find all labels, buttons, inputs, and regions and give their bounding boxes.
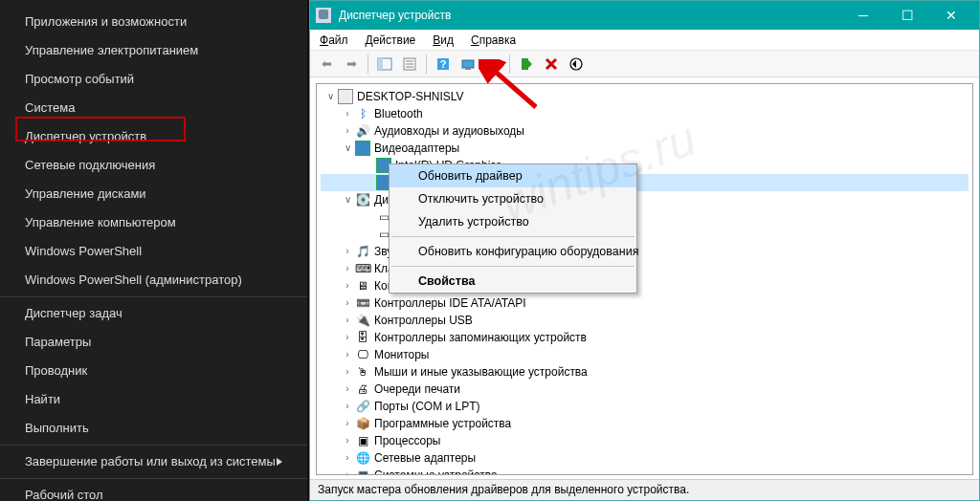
scan-hardware-button[interactable] <box>457 54 479 75</box>
menu-item-desktop[interactable]: Рабочий стол <box>0 481 307 501</box>
mouse-icon: 🖱 <box>355 364 370 380</box>
separator <box>0 445 307 446</box>
tree-node[interactable]: ›🖵Мониторы <box>321 346 969 363</box>
menu-help[interactable]: Справка <box>471 33 516 47</box>
menu-item-events[interactable]: Просмотр событий <box>0 65 307 94</box>
disk-icon: 💽 <box>355 192 370 207</box>
sound-icon: 🎵 <box>355 244 370 259</box>
enable-device-button[interactable] <box>516 54 537 75</box>
tree-node[interactable]: ›🔗Порты (COM и LPT) <box>321 398 969 415</box>
context-menu: Обновить драйвер Отключить устройство Уд… <box>389 163 637 294</box>
tree-node[interactable]: ›🌐Сетевые адаптеры <box>321 449 969 467</box>
tree-node[interactable]: ›🔊Аудиовходы и аудиовыходы <box>321 122 969 140</box>
bluetooth-icon: ᛒ <box>355 106 370 121</box>
menu-file[interactable]: Файл <box>320 33 348 47</box>
winx-menu: Приложения и возможности Управление элек… <box>0 0 307 501</box>
back-button[interactable]: ⬅ <box>316 54 337 75</box>
separator <box>0 478 307 479</box>
title-bar[interactable]: Диспетчер устройств ─ ☐ ✕ <box>310 1 979 30</box>
toolbar: ⬅ ➡ ? <box>310 51 979 77</box>
system-icon: 💻 <box>355 468 370 475</box>
monitor-icon: 🖵 <box>355 347 370 362</box>
computer-icon: 🖥 <box>355 278 370 294</box>
printer-icon: 🖨 <box>355 381 370 397</box>
menu-item-run[interactable]: Выполнить <box>0 414 307 443</box>
forward-button[interactable]: ➡ <box>341 54 362 75</box>
port-icon: 🔗 <box>355 399 370 414</box>
audio-icon: 🔊 <box>355 123 370 139</box>
ctx-properties[interactable]: Свойства <box>390 270 636 293</box>
ctx-disable-device[interactable]: Отключить устройство <box>390 187 636 210</box>
menu-item-settings[interactable]: Параметры <box>0 328 307 357</box>
menu-view[interactable]: Вид <box>433 33 454 47</box>
separator <box>391 236 635 237</box>
menu-item-search[interactable]: Найти <box>0 385 307 414</box>
tree-node[interactable]: ›🖨Очереди печати <box>321 381 969 398</box>
tree-node[interactable]: ›🖱Мыши и иные указывающие устройства <box>321 363 969 381</box>
show-hide-tree-button[interactable] <box>374 54 395 75</box>
menu-item-powershell[interactable]: Windows PowerShell <box>0 237 307 266</box>
close-button[interactable]: ✕ <box>929 1 973 30</box>
red-highlight-box <box>15 117 186 142</box>
svg-rect-8 <box>462 60 474 68</box>
svg-text:?: ? <box>440 58 447 70</box>
properties-button[interactable] <box>399 54 420 75</box>
disable-device-button[interactable] <box>566 54 587 75</box>
menu-item-powershell-admin[interactable]: Windows PowerShell (администратор) <box>0 266 307 294</box>
menu-item-network[interactable]: Сетевые подключения <box>0 151 307 180</box>
usb-icon: 🔌 <box>355 313 370 328</box>
tree-root[interactable]: ∨DESKTOP-SHNISLV <box>321 88 969 105</box>
svg-marker-17 <box>572 60 576 68</box>
tree-node[interactable]: ∨Видеоадаптеры <box>321 140 969 157</box>
computer-icon <box>338 89 353 104</box>
svg-point-11 <box>494 65 500 71</box>
svg-rect-9 <box>465 68 471 70</box>
menu-item-power[interactable]: Управление электропитанием <box>0 36 307 65</box>
menu-item-taskmgr[interactable]: Диспетчер задач <box>0 299 307 328</box>
cpu-icon: ▣ <box>355 433 370 448</box>
tree-node[interactable]: ›ᛒBluetooth <box>321 105 969 122</box>
tree-node[interactable]: ›💻Системные устройства <box>321 467 969 475</box>
tree-node[interactable]: ›🗄Контроллеры запоминающих устройств <box>321 329 969 346</box>
ctx-scan-hardware[interactable]: Обновить конфигурацию оборудования <box>390 240 636 263</box>
separator <box>391 266 635 267</box>
maximize-button[interactable]: ☐ <box>885 1 929 30</box>
separator <box>0 296 307 297</box>
tree-node[interactable]: ›📼Контроллеры IDE ATA/ATAPI <box>321 294 969 312</box>
status-bar: Запуск мастера обновления драйверов для … <box>310 479 979 500</box>
svg-marker-13 <box>528 60 532 68</box>
tree-node[interactable]: ›🔌Контроллеры USB <box>321 312 969 329</box>
window-title: Диспетчер устройств <box>339 9 451 22</box>
software-icon: 📦 <box>355 416 370 431</box>
tree-node[interactable]: ›📦Программные устройства <box>321 415 969 432</box>
help-button[interactable]: ? <box>433 54 454 75</box>
svg-rect-12 <box>522 58 528 70</box>
uninstall-device-button[interactable] <box>541 54 562 75</box>
menu-item-apps[interactable]: Приложения и возможности <box>0 8 307 36</box>
menu-item-disk-mgmt[interactable]: Управление дисками <box>0 180 307 208</box>
ctx-update-driver[interactable]: Обновить драйвер <box>390 164 636 187</box>
minimize-button[interactable]: ─ <box>841 1 885 30</box>
ctx-uninstall-device[interactable]: Удалить устройство <box>390 210 636 233</box>
menu-item-shutdown[interactable]: Завершение работы или выход из системы <box>0 447 307 476</box>
menu-item-comp-mgmt[interactable]: Управление компьютером <box>0 208 307 237</box>
network-icon: 🌐 <box>355 450 370 466</box>
device-manager-window: Диспетчер устройств ─ ☐ ✕ Файл Действие … <box>309 0 980 501</box>
controller-icon: 📼 <box>355 295 370 311</box>
storage-icon: 🗄 <box>355 330 370 345</box>
menu-action[interactable]: Действие <box>366 33 416 47</box>
menu-bar: Файл Действие Вид Справка <box>310 30 979 51</box>
update-driver-button[interactable] <box>482 54 503 75</box>
display-adapter-icon <box>355 141 370 156</box>
app-icon <box>316 8 331 23</box>
menu-item-explorer[interactable]: Проводник <box>0 357 307 385</box>
tree-node[interactable]: ›▣Процессоры <box>321 432 969 449</box>
keyboard-icon: ⌨ <box>355 261 370 276</box>
svg-rect-1 <box>378 58 383 70</box>
